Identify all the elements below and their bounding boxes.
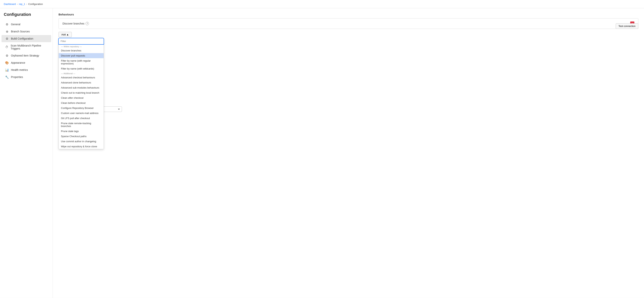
dropdown-item-wipe-out-repo[interactable]: Wipe out repository & force clone	[59, 144, 104, 149]
dropdown-item-advanced-checkout[interactable]: Advanced checkout behaviours	[59, 75, 104, 80]
add-dropdown-container: Add ▲ — Within repository — Discover bra…	[58, 32, 72, 38]
dropdown-item-use-commit-author[interactable]: Use commit author in changelog	[59, 139, 104, 144]
sidebar-item-general[interactable]: ⚙ General	[2, 21, 51, 28]
dropdown-item-prune-stale-remote[interactable]: Prune stale remote-tracking branches	[59, 121, 104, 129]
dropdown-item-discover-pull-requests[interactable]: Discover pull requests	[59, 53, 104, 58]
sidebar-item-scan-multibranch[interactable]: ⏱ Scan Multibranch Pipeline Triggers	[2, 42, 51, 52]
filter-input[interactable]	[59, 38, 104, 44]
sidebar-item-branch-sources[interactable]: ⊕ Branch Sources	[2, 28, 51, 35]
orphaned-icon: ⚙	[5, 54, 9, 57]
sidebar-item-build-configuration[interactable]: ⚙ Build Configuration	[2, 35, 51, 42]
branch-icon: ⊕	[5, 30, 9, 33]
sidebar: Configuration ⚙ General ⊕ Branch Sources…	[0, 8, 53, 298]
discover-branches-title: Discover branches	[62, 22, 84, 25]
scan-icon: ⏱	[5, 45, 8, 49]
breadcrumb: Dashboard › rep_1 › Configuration	[0, 0, 644, 8]
main-content: Behaviours Discover branches ? × Add ▲ —…	[53, 8, 644, 298]
dropdown-item-configure-repo-browser[interactable]: Configure Repository Browser	[59, 106, 104, 111]
sidebar-item-health-metrics[interactable]: 📊 Health metrics	[2, 66, 51, 73]
dropdown-item-clean-after-checkout[interactable]: Clean after checkout	[59, 95, 104, 100]
test-connection-button[interactable]: Test connection	[616, 23, 638, 29]
sidebar-label-health-metrics: Health metrics	[11, 68, 28, 71]
add-dropdown-menu: — Within repository — Discover branches …	[58, 38, 104, 149]
dropdown-item-clean-before-checkout[interactable]: Clean before checkout	[59, 100, 104, 106]
sidebar-label-general: General	[11, 23, 20, 26]
build-section: Bu... Mode by Jenkinsfile by default Jen…	[58, 102, 638, 118]
dropdown-item-advanced-clone[interactable]: Advanced clone behaviours	[59, 80, 104, 85]
breadcrumb-sep-1: ›	[17, 3, 18, 5]
dropdown-item-filter-regex[interactable]: Filter by name (with regular expression)	[59, 58, 104, 66]
sidebar-item-properties[interactable]: 🔧 Properties	[2, 73, 51, 81]
within-repo-label: — Within repository —	[59, 44, 104, 48]
sidebar-label-branch-sources: Branch Sources	[11, 30, 30, 33]
add-button[interactable]: Add ▲	[58, 32, 72, 37]
build-icon: ⚙	[5, 37, 9, 40]
dropdown-item-discover-branches[interactable]: Discover branches	[59, 48, 104, 53]
additional-label: — Additional —	[59, 71, 104, 75]
sidebar-label-properties: Properties	[11, 76, 23, 79]
properties-icon: 🔧	[5, 75, 9, 79]
breadcrumb-dashboard[interactable]: Dashboard	[4, 3, 16, 5]
health-icon: 📊	[5, 68, 9, 72]
appearance-icon: 🎨	[5, 61, 9, 64]
sidebar-item-appearance[interactable]: 🎨 Appearance	[2, 59, 51, 66]
dropdown-item-filter-wildcards[interactable]: Filter by name (with wildcards)	[59, 66, 104, 71]
dropdown-item-git-lfs-pull[interactable]: Git LFS pull after checkout	[59, 116, 104, 121]
discover-branches-box: Discover branches ? ×	[58, 18, 638, 29]
sidebar-label-build-configuration: Build Configuration	[11, 37, 33, 40]
sidebar-label-orphaned: Orphaned Item Strategy	[11, 54, 39, 57]
dropdown-item-advanced-submodules[interactable]: Advanced sub-modules behaviours	[59, 85, 104, 90]
sidebar-label-scan-multibranch: Scan Multibranch Pipeline Triggers	[10, 44, 48, 50]
behaviours-section-title: Behaviours	[58, 13, 638, 16]
dropdown-item-sparse-checkout-paths[interactable]: Sparse Checkout paths	[59, 134, 104, 139]
gear-icon: ⚙	[5, 23, 9, 26]
dropdown-item-checkout-local-branch[interactable]: Check out to matching local branch	[59, 90, 104, 95]
sidebar-title: Configuration	[0, 12, 53, 21]
sidebar-item-orphaned[interactable]: ⚙ Orphaned Item Strategy	[2, 52, 51, 59]
breadcrumb-current: Configuration	[28, 3, 43, 5]
mode-row: Mode by Jenkinsfile by default Jenkinsfi…	[58, 106, 638, 112]
dropdown-item-prune-stale-tags[interactable]: Prune stale tags	[59, 129, 104, 134]
sidebar-label-appearance: Appearance	[11, 61, 25, 64]
breadcrumb-rep1[interactable]: rep_1	[19, 3, 25, 5]
discover-branches-help-icon[interactable]: ?	[86, 22, 89, 25]
breadcrumb-sep-2: ›	[26, 3, 27, 5]
script-path-row: Script Path ?	[58, 115, 638, 118]
build-section-label: Bu...	[58, 102, 638, 105]
dropdown-item-custom-user-email[interactable]: Custom user name/e-mail address	[59, 111, 104, 116]
